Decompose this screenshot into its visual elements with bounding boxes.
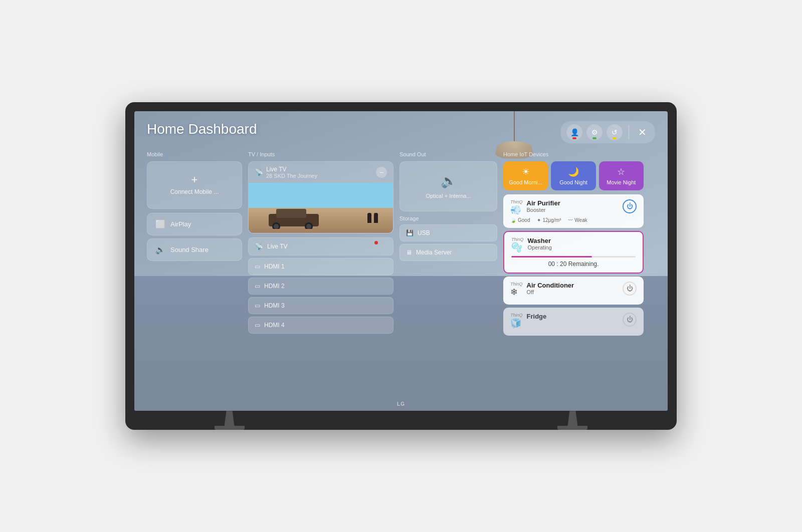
washer-thinq: ThinQ [511,237,524,242]
svg-rect-1 [276,209,306,218]
hdmi4-icon: ▭ [255,322,260,329]
scene-night-button[interactable]: 🌙 Good Night [551,161,595,190]
dashboard-title: Home Dashboard [147,121,257,137]
mobile-label: Mobile [147,151,242,157]
person-2 [374,213,378,223]
storage-section-label: Storage [399,215,497,221]
settings-icon: ⚙ [591,128,598,136]
scene-morning-button[interactable]: ☀ Good Morni... [503,161,548,190]
channel-info: 28 SKD The Journey [266,173,317,179]
ac-status: Off [527,289,574,295]
ac-name: Air Conditioner [527,282,574,289]
input-hdmi2[interactable]: ▭ HDMI 2 [248,278,393,295]
jeep-svg [264,204,324,229]
scene-buttons-group: ☀ Good Morni... 🌙 Good Night ☆ Movie Nig… [503,161,644,190]
hdmi2-label: HDMI 2 [264,283,285,290]
scene-persons [367,213,378,223]
density-icon: ✦ [537,217,541,223]
progress-bar [511,256,636,257]
leaf-icon: 🍃 [510,217,516,223]
air-quality-info: 🍃 Good ✦ 12μg/m³ 〰 Weak [510,217,637,223]
sound-out-card[interactable]: 🔈 Optical + Interna... [399,161,497,211]
aq-density: ✦ 12μg/m³ [537,217,561,223]
device-fridge[interactable]: ThinQ 🧊 Fridge ⏻ [503,308,644,336]
night-icon: 🌙 [568,166,579,177]
washer-name: Washer [528,237,552,244]
ac-power-button[interactable]: ⏻ [623,282,637,296]
live-tv-header: 📡 Live TV 28 SKD The Journey [249,162,393,183]
aq-density-label: 12μg/m³ [542,217,561,223]
left-stand-base [215,426,245,430]
washer-info: ThinQ 🫧 Washer Operating [511,237,552,253]
air-purifier-power-button[interactable]: ⏻ [623,199,637,213]
input-hdmi3[interactable]: ▭ HDMI 3 [248,297,393,314]
header-controls: 👤 ⚙ ↺ ✕ [560,121,655,143]
device-washer[interactable]: ThinQ 🫧 Washer Operating [503,231,644,274]
air-purifier-status: Booster [527,207,560,213]
antenna-icon: 📡 [255,168,263,176]
scene-morning-label: Good Morni... [509,179,542,185]
device-air-purifier[interactable]: ThinQ 💨 Air Purifier Booster ⏻ [503,194,644,228]
scene-night-label: Good Night [559,179,587,185]
storage-usb[interactable]: 💾 USB [399,224,497,241]
person-1 [367,213,371,223]
aq-good: 🍃 Good [510,217,530,223]
settings-dot [592,137,596,139]
air-purifier-icon: 💨 [510,205,521,215]
account-button[interactable]: 👤 [566,124,582,140]
minus-button[interactable]: − [376,167,387,178]
airplay-button[interactable]: ⬜ AirPlay [147,213,242,235]
tv-screen: Home Dashboard 👤 ⚙ ↺ ✕ [134,111,668,411]
tv-inputs-column: TV / Inputs 📡 Live TV 28 SKD [248,151,393,396]
fridge-icon: 🧊 [510,318,521,328]
svg-point-3 [274,224,279,229]
scene-movie-button[interactable]: ☆ Movie Night [599,161,644,190]
aq-weak-label: Weak [574,217,587,223]
account-dot [572,137,576,139]
tv-outer: Home Dashboard 👤 ⚙ ↺ ✕ [125,102,677,430]
usb-label: USB [418,229,430,236]
input-hdmi1[interactable]: ▭ HDMI 1 [248,258,393,275]
right-stand [557,411,587,430]
hdmi4-label: HDMI 4 [264,322,285,329]
hdmi1-icon: ▭ [255,263,260,270]
dashboard-header: Home Dashboard 👤 ⚙ ↺ ✕ [147,121,655,143]
connect-mobile-button[interactable]: + Connect Mobile ... [147,161,242,209]
input-hdmi4[interactable]: ▭ HDMI 4 [248,317,393,334]
input-antenna-icon: 📡 [255,242,263,250]
dashboard-overlay: Home Dashboard 👤 ⚙ ↺ ✕ [134,111,668,411]
aq-weak: 〰 Weak [568,217,587,223]
air-purifier-header: ThinQ 💨 Air Purifier Booster ⏻ [510,199,637,215]
iot-column: Home IoT Devices ☀ Good Morni... 🌙 Good … [503,151,644,396]
live-dot [374,241,378,244]
hdmi1-label: HDMI 1 [264,263,285,270]
air-purifier-thinq: ThinQ [510,199,523,204]
iot-label: Home IoT Devices [503,151,644,157]
storage-media-server[interactable]: 🖥 Media Server [399,244,497,261]
close-button[interactable]: ✕ [635,125,649,139]
remaining-text: 00 : 20 Remaining. [511,260,636,268]
media-server-label: Media Server [416,249,452,256]
fridge-power-button[interactable]: ⏻ [623,313,637,327]
sound-share-label: Sound Share [170,246,209,253]
right-stand-base [557,426,587,430]
svg-point-5 [306,224,311,229]
fridge-thinq: ThinQ [510,313,523,318]
live-tv-card[interactable]: 📡 Live TV 28 SKD The Journey [248,161,393,233]
usb-icon: 💾 [406,229,414,236]
airplay-label: AirPlay [170,220,191,228]
sound-current-label: Optical + Interna... [426,193,471,199]
sound-share-icon: 🔊 [155,245,165,254]
sound-share-button[interactable]: 🔊 Sound Share [147,238,242,261]
refresh-button[interactable]: ↺ [607,124,623,140]
air-purifier-name: Air Purifier [527,199,560,207]
sound-out-label: Sound Out [399,151,497,157]
device-air-conditioner[interactable]: ThinQ ❄ Air Conditioner Off ⏻ [503,277,644,305]
settings-button[interactable]: ⚙ [586,124,603,140]
input-live-tv[interactable]: 📡 Live TV [248,237,393,255]
tv-stand [134,411,668,430]
left-stand-leg [225,411,235,426]
fridge-name: Fridge [527,313,547,320]
plus-icon: + [191,174,198,185]
ac-icon: ❄ [510,287,518,297]
